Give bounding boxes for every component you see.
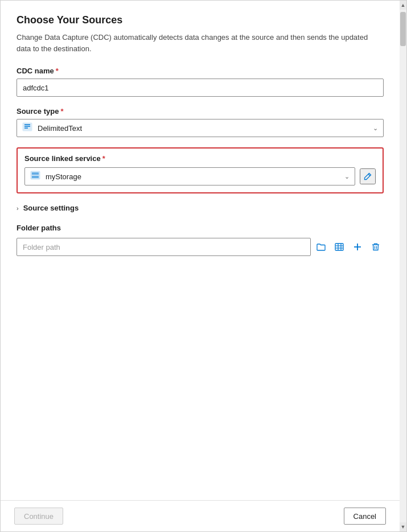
table-select-button[interactable] [331,239,347,255]
cdc-name-required: * [56,67,59,75]
dialog-container: ▲ ▼ Choose Your Sources Change Data Capt… [0,0,407,532]
add-folder-path-button[interactable] [350,239,365,255]
source-settings-chevron-icon: › [17,205,19,212]
folder-paths-group: Folder paths [17,224,384,256]
scrollbar[interactable]: ▲ ▼ [400,1,406,531]
folder-browse-button[interactable] [313,239,329,255]
source-type-group: Source type * DelimitedText CSV JSON [17,107,384,137]
page-title: Choose Your Sources [17,14,384,26]
source-linked-service-section: Source linked service * myStorage otherS… [17,147,384,193]
source-type-select[interactable]: DelimitedText CSV JSON [17,119,384,137]
scrollbar-thumb[interactable] [400,12,406,46]
scroll-up-arrow[interactable]: ▲ [400,1,406,10]
source-linked-service-label: Source linked service * [24,154,376,163]
folder-paths-title: Folder paths [17,224,384,232]
linked-service-select[interactable]: myStorage otherStorage [24,167,355,185]
cdc-name-input[interactable] [17,79,384,97]
main-content: Choose Your Sources Change Data Capture … [1,1,400,500]
continue-button[interactable]: Continue [14,508,63,525]
source-type-required: * [60,107,63,116]
svg-rect-8 [335,244,343,250]
linked-service-row: myStorage otherStorage ⌄ [24,167,376,185]
source-settings-row[interactable]: › Source settings [17,204,384,212]
edit-linked-service-button[interactable] [360,168,376,184]
source-settings-label: Source settings [23,204,79,212]
source-type-label: Source type * [17,107,384,116]
folder-path-row [17,238,384,256]
cdc-name-group: CDC name * [17,67,384,97]
folder-path-input[interactable] [17,238,311,256]
delete-folder-path-button[interactable] [368,239,384,255]
footer: Continue Cancel [1,500,400,531]
source-linked-service-required: * [102,154,105,163]
cancel-button[interactable]: Cancel [344,508,386,525]
linked-service-select-wrapper: myStorage otherStorage ⌄ [24,167,355,185]
cdc-name-label: CDC name * [17,67,384,75]
scroll-down-arrow[interactable]: ▼ [400,522,406,531]
description: Change Data Capture (CDC) automatically … [17,32,384,54]
source-type-select-wrapper: DelimitedText CSV JSON ⌄ [17,119,384,137]
